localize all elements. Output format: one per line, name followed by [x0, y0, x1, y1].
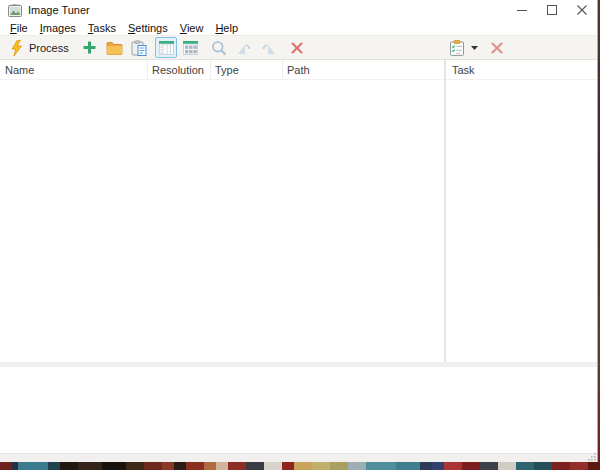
- image-tuner-window: Image Tuner File Images Tasks Settings V…: [0, 0, 598, 462]
- menu-images[interactable]: Images: [34, 20, 82, 35]
- add-images-icon: [82, 40, 97, 55]
- toolbar: Process: [0, 35, 597, 60]
- desktop-wallpaper-bottom-sliver: [0, 462, 600, 470]
- main-area: Name Resolution Type Path Task: [0, 60, 597, 362]
- maximize-icon: [547, 5, 557, 15]
- image-list-header: Name Resolution Type Path: [0, 60, 444, 80]
- details-view-button[interactable]: [155, 37, 177, 58]
- task-pane-header: Task: [446, 60, 597, 80]
- menu-help[interactable]: Help: [209, 20, 244, 35]
- remove-task-button[interactable]: [486, 37, 508, 58]
- preview-pane: [0, 367, 597, 453]
- menu-tasks[interactable]: Tasks: [82, 20, 122, 35]
- add-folder-icon: [106, 41, 123, 55]
- menu-settings[interactable]: Settings: [122, 20, 174, 35]
- thumbnails-view-button[interactable]: [179, 37, 201, 58]
- rotate-left-button[interactable]: [233, 37, 255, 58]
- menu-view[interactable]: View: [174, 20, 210, 35]
- image-list-pane: Name Resolution Type Path: [0, 60, 444, 362]
- process-icon: [11, 40, 22, 56]
- add-images-button[interactable]: [78, 37, 100, 58]
- remove-task-icon: [491, 42, 503, 54]
- details-view-icon: [159, 41, 174, 55]
- process-button[interactable]: Process: [4, 37, 78, 58]
- paste-button[interactable]: [128, 37, 150, 58]
- minimize-icon: [517, 5, 527, 15]
- rotate-right-button[interactable]: [258, 37, 280, 58]
- column-header-name[interactable]: Name: [0, 60, 148, 79]
- minimize-button[interactable]: [507, 0, 537, 20]
- thumbnails-view-icon: [183, 41, 198, 55]
- desktop: Image Tuner File Images Tasks Settings V…: [0, 0, 600, 470]
- close-button[interactable]: [567, 0, 597, 20]
- rotate-left-icon: [236, 41, 252, 55]
- menubar: File Images Tasks Settings View Help: [0, 20, 597, 35]
- window-title: Image Tuner: [28, 4, 90, 16]
- task-list-button[interactable]: [446, 37, 481, 58]
- close-icon: [577, 5, 587, 15]
- zoom-icon: [211, 40, 227, 56]
- zoom-button[interactable]: [208, 37, 230, 58]
- remove-images-icon: [291, 42, 303, 54]
- maximize-button[interactable]: [537, 0, 567, 20]
- add-folder-button[interactable]: [103, 37, 125, 58]
- paste-icon: [131, 40, 147, 56]
- image-list-body: [0, 80, 444, 362]
- app-icon: [8, 4, 23, 17]
- menu-file[interactable]: File: [4, 20, 34, 35]
- task-menu-arrow-icon: [471, 46, 478, 50]
- titlebar: Image Tuner: [0, 0, 597, 20]
- statusbar: [0, 453, 597, 462]
- column-header-type[interactable]: Type: [211, 60, 283, 79]
- column-header-resolution[interactable]: Resolution: [148, 60, 211, 79]
- column-header-path[interactable]: Path: [283, 60, 444, 79]
- rotate-right-icon: [261, 41, 277, 55]
- process-label: Process: [29, 42, 69, 54]
- window-controls: [507, 0, 597, 20]
- task-pane: Task: [446, 60, 597, 362]
- task-list-body: [446, 80, 597, 362]
- resize-grip-icon[interactable]: [587, 452, 596, 461]
- remove-images-button[interactable]: [286, 37, 308, 58]
- task-list-icon: [449, 40, 465, 56]
